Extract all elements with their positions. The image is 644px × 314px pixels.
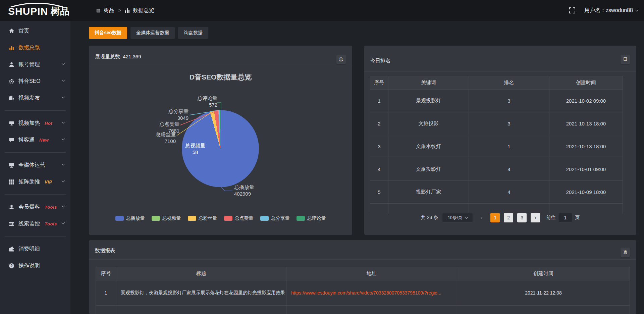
rank-table: 序号 关键词 排名 创建时间 1 景观投影灯 3 2021-10-02 09:0… bbox=[370, 76, 623, 214]
sidebar-divider bbox=[5, 236, 66, 237]
cell-rank: 4 bbox=[469, 158, 549, 181]
legend-swatch bbox=[297, 216, 305, 221]
sidebar-divider bbox=[5, 194, 66, 195]
sidebar-item-matrix-boost[interactable]: 矩阵助推 VIP bbox=[0, 173, 70, 190]
cell-created: 2021-10-02 09:00 bbox=[549, 90, 623, 112]
legend-swatch bbox=[115, 216, 124, 221]
video-icon bbox=[9, 95, 14, 101]
tab-media-operation-data[interactable]: 全媒体运营数据 bbox=[130, 27, 175, 39]
chevron-down-icon bbox=[62, 221, 65, 224]
legend-label: 总播放量 bbox=[126, 215, 145, 221]
user-icon bbox=[9, 62, 14, 67]
rank-panel-title: 今日排名 bbox=[370, 58, 390, 64]
chevron-down-icon bbox=[62, 162, 65, 166]
chevron-down-icon bbox=[62, 78, 65, 82]
col-index: 序号 bbox=[96, 267, 116, 280]
legend-item-likes[interactable]: 总点赞量 bbox=[224, 215, 254, 221]
table-row-partial bbox=[96, 306, 630, 314]
today-rank-panel: 今日排名 日 序号 关键词 排名 创建时间 1 景观投影灯 3 2021-10-… bbox=[364, 46, 636, 235]
svg-text:?: ? bbox=[10, 264, 12, 268]
goto-page-input[interactable] bbox=[558, 213, 572, 222]
next-page-button[interactable]: › bbox=[531, 213, 540, 222]
goto-label: 前往 bbox=[546, 215, 555, 221]
table-row: 5 投影灯厂家 4 2021-10-09 18:00 bbox=[370, 181, 623, 204]
sidebar-item-lead-monitor[interactable]: 线索监控 Tools bbox=[0, 215, 70, 232]
home-icon bbox=[9, 28, 14, 34]
sidebar-item-video-heat[interactable]: 视频加热 Hot bbox=[0, 115, 70, 132]
cell-rank: 3 bbox=[469, 112, 549, 135]
pie-label-videos: 总视频量 58 bbox=[182, 142, 209, 156]
chevron-down-icon bbox=[62, 62, 65, 65]
sidebar-item-member-burst[interactable]: 会员爆客 Tools bbox=[0, 199, 70, 215]
sidebar-item-label: 首页 bbox=[18, 28, 29, 35]
sidebar-item-consumption[interactable]: 消费明细 bbox=[0, 241, 70, 257]
breadcrumb-root[interactable]: 树品 bbox=[104, 7, 114, 14]
sidebar-item-video-publish[interactable]: 视频发布 bbox=[0, 90, 70, 106]
cell-created: 2021-11-22 12:08 bbox=[457, 280, 630, 306]
sidebar-item-douketong[interactable]: 抖客通 New bbox=[0, 132, 70, 148]
total-badge-button[interactable]: 总 bbox=[336, 55, 346, 64]
cell-created: 2021-10-13 18:00 bbox=[549, 135, 623, 158]
pie-label-value: 58 bbox=[182, 149, 209, 156]
sidebar-item-media-operation[interactable]: 全媒体运营 bbox=[0, 157, 70, 173]
sidebar-item-label: 视频发布 bbox=[18, 95, 40, 102]
chart-bar-icon bbox=[9, 45, 14, 51]
pie-label-plays: 总播放量 402909 bbox=[234, 184, 271, 197]
legend-item-comments[interactable]: 总评论量 bbox=[297, 215, 326, 221]
chart-legend: 总播放量 总视频量 总粉丝量 总点赞量 总分享量 总评论量 bbox=[89, 215, 352, 221]
page-size-value: 10条/页 bbox=[448, 215, 463, 221]
sidebar-item-account[interactable]: 账号管理 bbox=[0, 56, 70, 73]
sidebar-item-label: 消费明细 bbox=[18, 246, 40, 253]
tab-inquiry-data[interactable]: 询盘数据 bbox=[178, 27, 208, 39]
col-index: 序号 bbox=[370, 76, 388, 90]
legend-item-shares[interactable]: 总分享量 bbox=[260, 215, 290, 221]
cell-rank: 1 bbox=[469, 135, 549, 158]
chevron-down-icon bbox=[62, 95, 65, 99]
tab-douyin-seo-data[interactable]: 抖音seo数据 bbox=[89, 27, 127, 39]
page-button-1[interactable]: 1 bbox=[490, 213, 500, 222]
cell-index: 3 bbox=[370, 135, 388, 158]
day-badge-button[interactable]: 日 bbox=[621, 55, 630, 64]
pie-label-name: 总视频量 bbox=[185, 143, 205, 148]
legend-item-fans[interactable]: 总粉丝量 bbox=[188, 215, 217, 221]
user-menu[interactable]: 用户名：zswodun88 bbox=[584, 7, 638, 14]
table-row-partial bbox=[370, 204, 623, 214]
chevron-down-icon bbox=[62, 120, 65, 124]
sidebar-item-home[interactable]: 首页 bbox=[0, 22, 70, 39]
legend-item-videos[interactable]: 总视频量 bbox=[152, 215, 181, 221]
legend-label: 总视频量 bbox=[162, 215, 181, 221]
sidebar-item-label: 账号管理 bbox=[18, 61, 40, 68]
cell-index: 1 bbox=[370, 90, 388, 112]
legend-swatch bbox=[152, 216, 160, 221]
legend-item-plays[interactable]: 总播放量 bbox=[115, 215, 145, 221]
sidebar: 首页 数据总览 账号管理 抖音SEO 视频发布 视频加热 Hot bbox=[0, 21, 70, 314]
table-badge-button[interactable]: 表 bbox=[621, 248, 630, 257]
chevron-down-icon bbox=[62, 137, 65, 141]
breadcrumb: 树品 > 数据总览 bbox=[97, 0, 154, 21]
video-link[interactable]: https://www.iesdouyin.com/share/video/70… bbox=[291, 290, 441, 296]
question-icon: ? bbox=[9, 263, 14, 269]
pie-label-name: 总评论量 bbox=[197, 95, 217, 101]
breadcrumb-root-icon bbox=[97, 9, 100, 12]
pie-label-name: 总分享量 bbox=[168, 108, 189, 114]
report-panel-title: 数据报表 bbox=[95, 248, 115, 254]
cell-index: 4 bbox=[370, 158, 388, 181]
table-row: 2 文旅投影 3 2021-10-13 18:00 bbox=[370, 112, 623, 135]
breadcrumb-current-icon bbox=[125, 8, 129, 13]
cell-keyword: 文旅水纹灯 bbox=[388, 135, 469, 158]
report-table-header-row: 序号 标题 地址 创建时间 bbox=[96, 267, 630, 280]
member-icon bbox=[9, 204, 14, 210]
fullscreen-icon[interactable] bbox=[569, 7, 576, 14]
prev-page-button[interactable]: ‹ bbox=[477, 213, 486, 222]
pie-label-value: 3049 bbox=[166, 115, 189, 121]
sidebar-item-instructions[interactable]: ? 操作说明 bbox=[0, 257, 70, 274]
cell-rank: 3 bbox=[469, 90, 549, 112]
sidebar-item-douyin-seo[interactable]: 抖音SEO bbox=[0, 73, 70, 90]
pie-label-shares: 总分享量 3049 bbox=[166, 108, 189, 121]
sidebar-item-data-overview[interactable]: 数据总览 bbox=[0, 39, 70, 56]
page-button-2[interactable]: 2 bbox=[504, 213, 513, 222]
tools-badge: Tools bbox=[45, 221, 57, 226]
page-size-select[interactable]: 10条/页 bbox=[442, 213, 473, 223]
page-button-3[interactable]: 3 bbox=[517, 213, 527, 222]
pie-label-fans: 总粉丝量 7100 bbox=[153, 131, 176, 145]
